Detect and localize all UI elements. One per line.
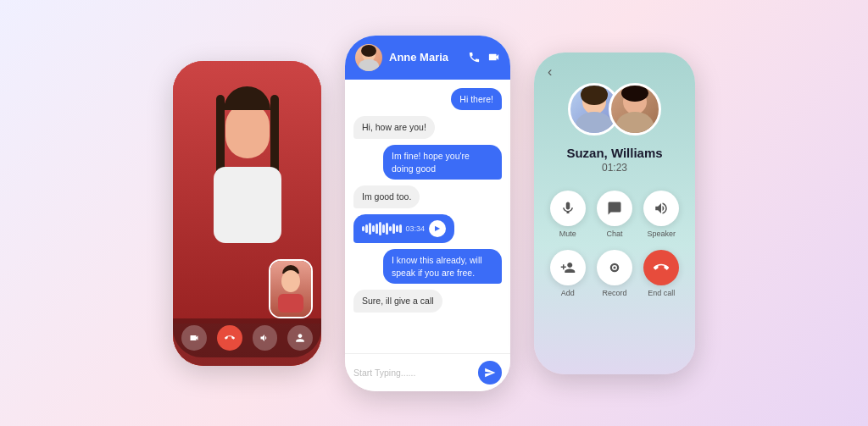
end-call-btn-wrap: End call <box>643 250 679 297</box>
caller-name: Suzan, Williams <box>566 146 662 160</box>
add-btn-wrap: Add <box>550 250 586 297</box>
call-timer: 01:23 <box>602 162 627 174</box>
call-avatars <box>568 83 661 136</box>
chat-header-icons <box>468 51 500 64</box>
msg-ill-call: Sure, ill give a call <box>353 290 442 313</box>
svg-point-8 <box>616 112 654 136</box>
chat-contact-name: Anne Maria <box>389 51 461 64</box>
call-controls-row2: Add Record <box>544 250 685 297</box>
chat-btn-wrap: Chat <box>597 191 632 238</box>
chat-input-area: Start Typing...... <box>345 353 510 391</box>
end-call-button[interactable] <box>643 250 679 285</box>
svg-point-11 <box>613 266 615 268</box>
svg-point-7 <box>621 85 648 102</box>
record-label: Record <box>602 289 626 297</box>
chat-button[interactable] <box>597 191 632 226</box>
message-input[interactable]: Start Typing...... <box>353 368 473 378</box>
record-button[interactable] <box>597 250 632 285</box>
msg-how-are-you: Hi, how are you! <box>353 116 435 139</box>
mute-btn-wrap: Mute <box>550 191 586 238</box>
caller-avatar-2 <box>609 83 661 136</box>
call-controls: Mute Chat Speaker <box>544 191 685 297</box>
video-controls <box>173 318 321 357</box>
video-toggle-btn[interactable] <box>181 325 207 351</box>
phone-icon[interactable] <box>468 51 481 64</box>
self-thumbnail <box>269 259 313 318</box>
speaker-label: Speaker <box>648 230 676 238</box>
phone-chat: Anne Maria Hi there! Hi, ho <box>345 36 510 391</box>
record-btn-wrap: Record <box>597 250 632 297</box>
person-btn[interactable] <box>287 325 313 351</box>
voice-message: 03:34 ▶ <box>353 214 454 243</box>
voice-play-btn[interactable]: ▶ <box>429 220 446 237</box>
svg-point-2 <box>359 59 379 71</box>
chat-label: Chat <box>606 230 622 238</box>
add-button[interactable] <box>550 250 586 285</box>
phone-video <box>173 61 321 366</box>
call-controls-row1: Mute Chat Speaker <box>544 191 685 238</box>
svg-point-5 <box>576 112 613 136</box>
phone-call: ‹ Suzan, Williams 01:23 <box>534 53 695 374</box>
speaker-btn-wrap: Speaker <box>643 191 679 238</box>
waveform <box>362 222 402 235</box>
msg-hi-there: Hi there! <box>451 88 502 111</box>
video-icon[interactable] <box>487 51 500 64</box>
speaker-button[interactable] <box>643 191 679 226</box>
end-call-label: End call <box>648 289 675 297</box>
back-button[interactable]: ‹ <box>548 64 552 80</box>
send-button[interactable] <box>478 361 502 385</box>
msg-im-fine: Im fine! hope you're doing good <box>383 145 502 180</box>
end-call-btn[interactable] <box>217 325 242 351</box>
chat-avatar <box>355 44 382 71</box>
msg-im-good: Im good too. <box>353 185 420 208</box>
voice-duration: 03:34 <box>406 224 426 233</box>
chat-header: Anne Maria <box>345 36 510 80</box>
svg-point-4 <box>581 85 608 105</box>
mute-label: Mute <box>559 230 576 238</box>
chat-messages: Hi there! Hi, how are you! Im fine! hope… <box>345 80 510 353</box>
phones-container: Anne Maria Hi there! Hi, ho <box>173 36 695 391</box>
volume-btn[interactable] <box>253 325 278 351</box>
msg-know-already: I know this already, will speak if you a… <box>383 249 502 284</box>
add-label: Add <box>561 289 575 297</box>
mute-button[interactable] <box>550 191 586 226</box>
svg-point-1 <box>361 45 376 57</box>
